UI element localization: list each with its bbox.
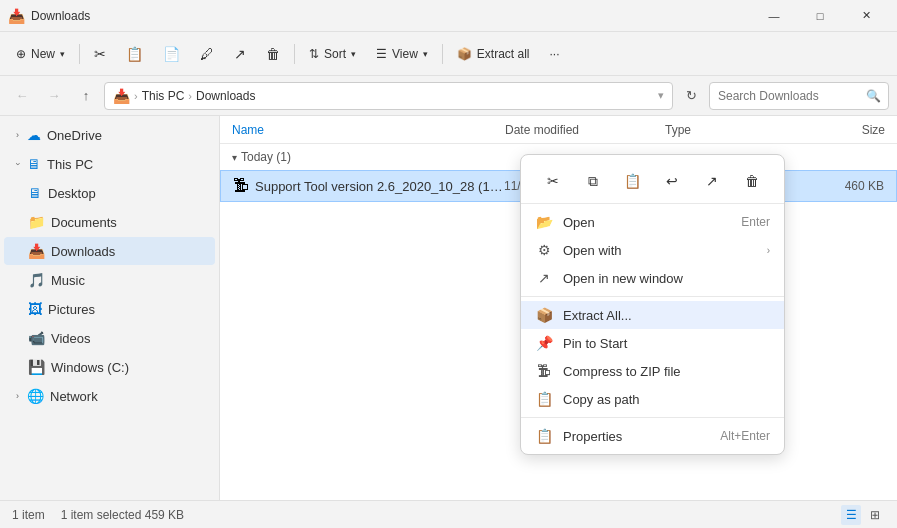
view-icon: ☰: [376, 47, 387, 61]
cm-copy-path-item[interactable]: 📋 Copy as path: [521, 385, 784, 413]
titlebar-title: Downloads: [31, 9, 751, 23]
cm-extract-icon: 📦: [535, 307, 553, 323]
address-path[interactable]: 📥 › This PC › Downloads ▾: [104, 82, 673, 110]
cm-copy-button[interactable]: ⧉: [577, 165, 609, 197]
desktop-icon: 🖥: [28, 185, 42, 201]
cm-open-with-arrow-icon: ›: [767, 245, 770, 256]
onedrive-chevron-icon: ›: [16, 130, 19, 140]
forward-button[interactable]: →: [40, 82, 68, 110]
cm-copy-icon: ⧉: [588, 173, 598, 190]
more-button[interactable]: ···: [542, 38, 568, 70]
file-icon: 🗜: [233, 177, 249, 195]
cm-pin-to-start-item[interactable]: 📌 Pin to Start: [521, 329, 784, 357]
view-chevron-icon: ▾: [423, 49, 428, 59]
toolbar-separator-2: [294, 44, 295, 64]
group-chevron-icon: ▾: [232, 152, 237, 163]
context-menu: ✂ ⧉ 📋 ↩ ↗ 🗑 📂 Open: [520, 154, 785, 455]
search-wrapper: 🔍: [709, 82, 889, 110]
network-chevron-icon: ›: [16, 391, 19, 401]
cm-properties-icon: 📋: [535, 428, 553, 444]
maximize-button[interactable]: □: [797, 0, 843, 32]
search-input[interactable]: [709, 82, 889, 110]
selected-info: 1 item selected 459 KB: [61, 508, 184, 522]
col-date-header[interactable]: Date modified: [505, 123, 665, 137]
back-button[interactable]: ←: [8, 82, 36, 110]
titlebar-controls: — □ ✕: [751, 0, 889, 32]
cm-pin-icon: 📌: [535, 335, 553, 351]
copy-icon: 📋: [126, 46, 143, 62]
toolbar-separator-1: [79, 44, 80, 64]
rename-icon: 🖊: [200, 46, 214, 62]
address-icon: 📥: [113, 88, 130, 104]
close-button[interactable]: ✕: [843, 0, 889, 32]
titlebar-icon: 📥: [8, 8, 25, 24]
thispc-icon: 🖥: [27, 156, 41, 172]
sidebar-item-pictures[interactable]: 🖼 Pictures: [4, 295, 215, 323]
cm-open-with-item[interactable]: ⚙ Open with ›: [521, 236, 784, 264]
sidebar-item-network[interactable]: › 🌐 Network: [4, 382, 215, 410]
videos-icon: 📹: [28, 330, 45, 346]
file-size: 460 KB: [804, 179, 884, 193]
extract-icon: 📦: [457, 47, 472, 61]
cm-copy-path-icon: 📋: [535, 391, 553, 407]
refresh-button[interactable]: ↻: [677, 82, 705, 110]
item-count: 1 item: [12, 508, 45, 522]
cm-cut-button[interactable]: ✂: [537, 165, 569, 197]
new-chevron-icon: ▾: [60, 49, 65, 59]
up-button[interactable]: ↑: [72, 82, 100, 110]
cm-open-item[interactable]: 📂 Open Enter: [521, 208, 784, 236]
toolbar: ⊕ New ▾ ✂ 📋 📄 🖊 ↗ 🗑 ⇅ Sort ▾ ☰ View ▾ 📦 …: [0, 32, 897, 76]
delete-button[interactable]: 🗑: [258, 38, 288, 70]
col-type-header[interactable]: Type: [665, 123, 805, 137]
cm-share-icon: ↗: [706, 173, 718, 189]
sidebar-item-videos[interactable]: 📹 Videos: [4, 324, 215, 352]
sidebar-item-onedrive[interactable]: › ☁ OneDrive: [4, 121, 215, 149]
this-pc-path: This PC: [142, 89, 185, 103]
new-button[interactable]: ⊕ New ▾: [8, 38, 73, 70]
drive-icon: 💾: [28, 359, 45, 375]
cm-share-button[interactable]: ↗: [696, 165, 728, 197]
col-name-header[interactable]: Name: [232, 123, 505, 137]
cm-compress-icon: 🗜: [535, 363, 553, 379]
new-icon: ⊕: [16, 47, 26, 61]
cm-open-new-window-item[interactable]: ↗ Open in new window: [521, 264, 784, 292]
sidebar-item-thispc[interactable]: › 🖥 This PC: [4, 150, 215, 178]
share-button[interactable]: ↗: [226, 38, 254, 70]
cm-delete-icon: 🗑: [745, 173, 759, 189]
cm-properties-item[interactable]: 📋 Properties Alt+Enter: [521, 422, 784, 450]
minimize-button[interactable]: —: [751, 0, 797, 32]
sidebar: › ☁ OneDrive › 🖥 This PC 🖥 Desktop 📁 Doc…: [0, 116, 220, 500]
cm-copy2-button[interactable]: 📋: [617, 165, 649, 197]
extract-all-button[interactable]: 📦 Extract all: [449, 38, 538, 70]
rename-button[interactable]: 🖊: [192, 38, 222, 70]
col-size-header[interactable]: Size: [805, 123, 885, 137]
sidebar-item-documents[interactable]: 📁 Documents: [4, 208, 215, 236]
documents-icon: 📁: [28, 214, 45, 230]
statusbar-view-controls: ☰ ⊞: [841, 505, 885, 525]
onedrive-icon: ☁: [27, 127, 41, 143]
cut-button[interactable]: ✂: [86, 38, 114, 70]
paste-button[interactable]: 📄: [155, 38, 188, 70]
address-sep-1: ›: [134, 90, 138, 102]
details-view-button[interactable]: ☰: [841, 505, 861, 525]
sidebar-item-windows-c[interactable]: 💾 Windows (C:): [4, 353, 215, 381]
dropdown-icon: ▾: [658, 89, 664, 102]
copy-button[interactable]: 📋: [118, 38, 151, 70]
view-button[interactable]: ☰ View ▾: [368, 38, 436, 70]
sidebar-item-desktop[interactable]: 🖥 Desktop: [4, 179, 215, 207]
sidebar-item-music[interactable]: 🎵 Music: [4, 266, 215, 294]
sort-chevron-icon: ▾: [351, 49, 356, 59]
cm-extract-all-item[interactable]: 📦 Extract All...: [521, 301, 784, 329]
statusbar: 1 item 1 item selected 459 KB ☰ ⊞: [0, 500, 897, 528]
sidebar-item-downloads[interactable]: 📥 Downloads: [4, 237, 215, 265]
cm-shortcut-button[interactable]: ↩: [656, 165, 688, 197]
cm-compress-zip-item[interactable]: 🗜 Compress to ZIP file: [521, 357, 784, 385]
thispc-chevron-icon: ›: [13, 163, 23, 166]
toolbar-separator-3: [442, 44, 443, 64]
tiles-view-button[interactable]: ⊞: [865, 505, 885, 525]
downloads-icon: 📥: [28, 243, 45, 259]
cm-delete-button[interactable]: 🗑: [736, 165, 768, 197]
share-icon: ↗: [234, 46, 246, 62]
paste-icon: 📄: [163, 46, 180, 62]
sort-button[interactable]: ⇅ Sort ▾: [301, 38, 364, 70]
